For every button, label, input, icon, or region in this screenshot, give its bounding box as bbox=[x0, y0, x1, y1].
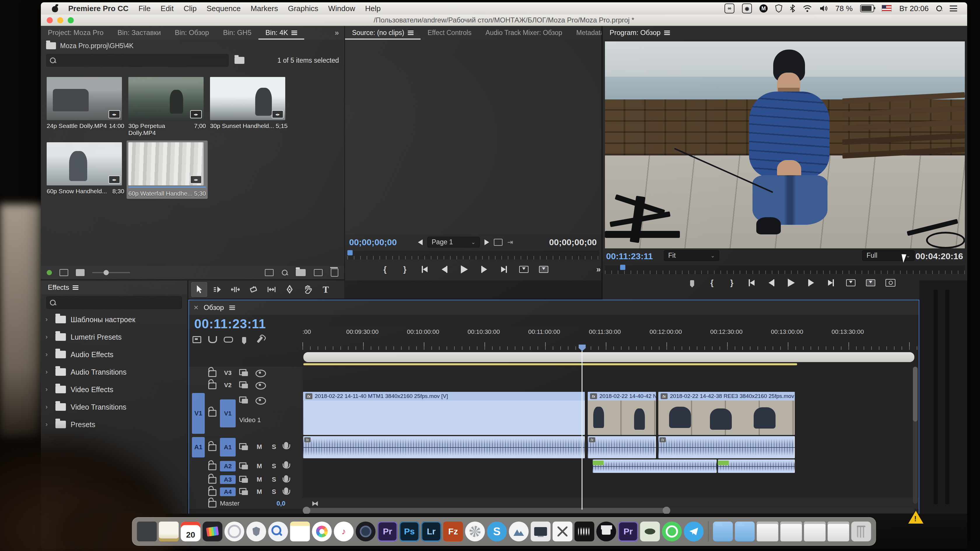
panel-menu-icon[interactable] bbox=[291, 30, 297, 35]
source-patch-icon[interactable] bbox=[239, 488, 248, 495]
timeline-settings-wrench-icon[interactable] bbox=[255, 335, 265, 344]
dock-icon[interactable] bbox=[713, 522, 733, 541]
track-target-v1[interactable]: V1 bbox=[220, 399, 235, 427]
dock-icon[interactable] bbox=[781, 522, 802, 541]
tab-program[interactable]: Program: Обзор bbox=[603, 25, 677, 40]
dock-icon[interactable]: Pr bbox=[378, 522, 398, 541]
timeline-ruler[interactable]: :00 00:09:30:00 00:10:00:00 00:10:30:00 … bbox=[302, 327, 919, 351]
settings-icon[interactable] bbox=[494, 239, 503, 246]
spotlight-search-icon[interactable] bbox=[936, 4, 942, 13]
dock-icon[interactable] bbox=[159, 522, 179, 541]
mute-button[interactable]: M bbox=[257, 488, 262, 495]
voiceover-record-icon[interactable] bbox=[284, 475, 288, 482]
new-item-icon[interactable] bbox=[314, 269, 323, 276]
media-thumbnail[interactable]: ◂▸ bbox=[128, 77, 204, 120]
clear-trash-icon[interactable] bbox=[331, 268, 338, 277]
find-icon[interactable] bbox=[282, 270, 288, 275]
dock-icon[interactable] bbox=[356, 522, 375, 541]
dock-icon[interactable] bbox=[203, 522, 223, 541]
program-scrub-bar[interactable] bbox=[605, 265, 965, 274]
dock-icon[interactable]: 20 bbox=[181, 522, 200, 541]
creative-cloud-icon[interactable]: ∞ bbox=[724, 4, 734, 13]
lock-icon[interactable] bbox=[208, 464, 216, 470]
mark-in-button[interactable]: { bbox=[707, 277, 717, 289]
voiceover-record-icon[interactable] bbox=[284, 442, 288, 448]
apple-logo-icon[interactable] bbox=[52, 5, 58, 12]
expand-chevron-icon[interactable]: › bbox=[46, 368, 51, 376]
minimize-window-button[interactable] bbox=[57, 17, 63, 23]
track-a4-content[interactable] bbox=[302, 486, 919, 498]
lock-icon[interactable] bbox=[208, 444, 216, 451]
extract-button[interactable] bbox=[865, 277, 876, 289]
track-v2-content[interactable] bbox=[302, 379, 919, 391]
lock-icon[interactable] bbox=[208, 501, 216, 508]
solo-button[interactable]: S bbox=[272, 443, 276, 451]
source-patch-icon[interactable] bbox=[239, 476, 248, 483]
source-current-timecode[interactable]: 00;00;00;00 bbox=[349, 237, 397, 247]
lock-icon[interactable] bbox=[208, 383, 216, 389]
effects-folder-row[interactable]: › Video Effects bbox=[41, 381, 187, 398]
timeline-current-timecode[interactable]: 00:11:23:11 bbox=[194, 317, 266, 331]
resize-icon[interactable]: ⇥ bbox=[507, 238, 513, 246]
selection-tool[interactable] bbox=[191, 282, 207, 297]
audio-clip[interactable]: fx bbox=[303, 436, 585, 458]
effects-folder-row[interactable]: › Шаблоны настроек bbox=[41, 311, 187, 328]
tab-project-moza-pro[interactable]: Project: Moza Pro bbox=[41, 25, 111, 40]
tab-effect-controls[interactable]: Effect Controls bbox=[421, 25, 478, 40]
track-v1-label[interactable]: Video 1 bbox=[239, 416, 261, 424]
media-item[interactable]: ◂▸ 60p Snow Handheld...8;30 bbox=[47, 142, 124, 195]
menu-help[interactable]: Help bbox=[365, 4, 381, 13]
expand-chevron-icon[interactable]: › bbox=[46, 333, 51, 341]
media-thumbnail[interactable]: ◂▸ bbox=[47, 77, 122, 120]
lock-icon[interactable] bbox=[208, 410, 216, 417]
dock-icon[interactable]: Ps bbox=[399, 522, 419, 541]
slip-tool[interactable] bbox=[264, 282, 279, 297]
tab-audio-track-mixer[interactable]: Audio Track Mixer: Обзор bbox=[478, 25, 569, 40]
source-patch-a1[interactable]: A1 bbox=[192, 437, 205, 457]
timeline-zoom-bar[interactable] bbox=[303, 352, 915, 362]
menu-file[interactable]: File bbox=[138, 4, 151, 13]
mark-out-button[interactable]: } bbox=[727, 277, 737, 289]
master-track-label[interactable]: Master bbox=[220, 500, 239, 507]
add-marker-icon[interactable] bbox=[239, 335, 249, 344]
folder-up-icon[interactable] bbox=[46, 42, 56, 49]
mark-in-button[interactable]: { bbox=[380, 264, 390, 275]
expand-chevron-icon[interactable]: › bbox=[46, 403, 51, 411]
go-to-out-button[interactable] bbox=[826, 277, 836, 289]
dock-icon[interactable]: S bbox=[487, 522, 507, 541]
source-patch-icon[interactable] bbox=[239, 462, 248, 469]
dock-icon[interactable] bbox=[640, 522, 660, 541]
expand-chevron-icon[interactable]: › bbox=[46, 386, 51, 393]
warning-triangle-icon[interactable] bbox=[908, 511, 923, 524]
source-patch-icon[interactable] bbox=[239, 381, 248, 388]
track-a3-content[interactable] bbox=[302, 473, 919, 486]
mute-button[interactable]: M bbox=[257, 443, 262, 451]
track-v3-content[interactable] bbox=[302, 367, 919, 379]
dock-icon[interactable] bbox=[137, 522, 157, 541]
mute-button[interactable]: M bbox=[257, 462, 262, 470]
program-video-frame[interactable] bbox=[605, 41, 965, 248]
automate-to-sequence-icon[interactable] bbox=[265, 269, 274, 276]
audio-clip[interactable] bbox=[593, 459, 717, 473]
snap-magnet-icon[interactable] bbox=[208, 335, 218, 344]
page-selector[interactable]: Page 1⌄ bbox=[427, 237, 480, 248]
volume-icon[interactable] bbox=[819, 4, 828, 13]
tab-bin-gh5[interactable]: Bin: GH5 bbox=[216, 25, 258, 40]
tab-metadata[interactable]: Metadata bbox=[570, 25, 601, 40]
type-tool[interactable]: T bbox=[318, 282, 334, 297]
bluetooth-icon[interactable] bbox=[790, 4, 795, 13]
dock-icon[interactable] bbox=[465, 522, 485, 541]
media-item-selected[interactable]: ◂▸ 60p Waterfall Handhe...5;30 bbox=[127, 141, 208, 199]
antivirus-shield-icon[interactable] bbox=[775, 4, 782, 13]
source-playhead[interactable] bbox=[347, 250, 353, 256]
step-back-button[interactable] bbox=[767, 277, 776, 289]
timeline-clip[interactable]: fx2018-02-22 14-40-42 NJYX bbox=[588, 392, 656, 435]
close-window-button[interactable] bbox=[47, 17, 53, 23]
razor-tool[interactable] bbox=[246, 282, 261, 297]
audio-clip[interactable]: fx bbox=[658, 436, 795, 458]
dock-icon[interactable] bbox=[312, 522, 332, 541]
zoom-window-button[interactable] bbox=[68, 17, 74, 23]
mark-out-button[interactable]: } bbox=[400, 264, 410, 275]
dock-icon[interactable] bbox=[597, 522, 616, 541]
program-current-timecode[interactable]: 00:11:23:11 bbox=[606, 251, 653, 261]
